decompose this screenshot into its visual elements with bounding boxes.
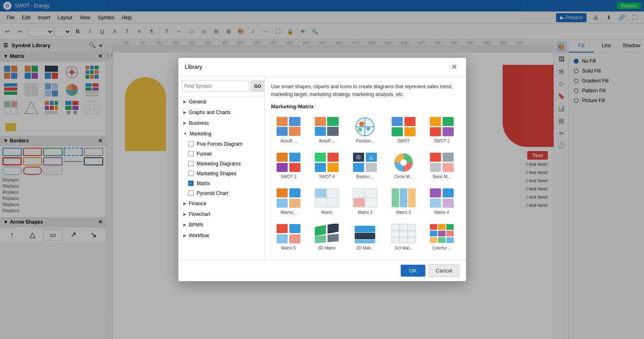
dialog-category-tree: GO ▶ General ▶ Graphs and Charts ▶ Busin… (178, 76, 265, 260)
checkbox-pyramid[interactable] (188, 190, 194, 196)
symbol-item-18[interactable]: 3x3 Mat... (386, 221, 421, 253)
tree-child-matrix[interactable]: ✓ Matrix (183, 179, 264, 188)
symbol-img-1 (314, 117, 339, 137)
svg-rect-133 (430, 199, 441, 208)
checkbox-mktdiag[interactable] (188, 161, 194, 166)
svg-rect-140 (315, 225, 326, 236)
dialog-overlay[interactable]: Library ✕ GO ▶ General ▶ Graphs and Char… (0, 0, 644, 339)
symbol-item-7[interactable]: Boston ... (348, 149, 383, 182)
find-symbol-input[interactable] (182, 80, 249, 92)
tree-child-mktshapes[interactable]: Marketing Shapes (183, 169, 264, 179)
svg-rect-70 (277, 127, 288, 136)
svg-rect-84 (392, 127, 403, 136)
svg-rect-155 (430, 231, 437, 236)
symbol-item-1[interactable]: Ansoff ... (309, 114, 344, 146)
svg-rect-98 (315, 163, 326, 172)
svg-rect-110 (430, 163, 441, 172)
symbol-label-17: 3D Matr... (356, 246, 374, 250)
tree-marketing-children: Five Forces Diagram Funnel Marketing Dia… (178, 139, 264, 198)
tree-item-flowchart[interactable]: ▶ Flowchart (178, 209, 264, 220)
symbol-item-9[interactable]: Basic M... (424, 149, 459, 182)
svg-rect-152 (430, 224, 437, 230)
svg-rect-111 (443, 163, 454, 172)
symbol-label-16: 3D Matrix (318, 246, 336, 250)
svg-rect-69 (289, 117, 300, 126)
svg-rect-97 (328, 153, 339, 162)
svg-rect-127 (400, 188, 407, 207)
svg-point-81 (358, 128, 362, 132)
symbol-item-15[interactable]: Matrix 5 (271, 221, 306, 253)
symbol-img-16 (314, 224, 339, 244)
symbol-img-7 (353, 152, 377, 173)
tree-arrow-finance: ▶ (183, 201, 187, 206)
dialog-description: Use smart shapes, cliparts and icons to … (271, 83, 459, 98)
symbol-item-6[interactable]: SWOT 4 (309, 149, 344, 182)
svg-rect-90 (430, 127, 441, 136)
dialog-header: Library ✕ (178, 58, 466, 76)
tree-child-funnel[interactable]: Funnel (183, 149, 264, 159)
checkbox-fiveforces[interactable] (188, 141, 194, 147)
tree-arrow-workflow: ▶ (183, 233, 187, 238)
symbol-item-11[interactable]: Matrix (309, 185, 344, 218)
symbol-label-18: 3x3 Mat... (395, 246, 413, 250)
tree-item-finance[interactable]: ▶ Finance (178, 198, 264, 209)
checkbox-matrix[interactable]: ✓ (188, 181, 194, 186)
tree-child-pyramid[interactable]: Pyramid Chart (183, 188, 264, 198)
symbol-img-15 (276, 224, 301, 244)
ok-button[interactable]: OK (401, 265, 425, 277)
symbol-img-18 (391, 224, 416, 244)
tree-label-graphs: Graphs and Charts (189, 110, 231, 115)
symbol-item-17[interactable]: 3D Matr... (348, 221, 383, 253)
symbol-item-0[interactable]: Ansoff ... (271, 114, 306, 146)
label-pyramid: Pyramid Chart (197, 190, 229, 196)
symbol-item-19[interactable]: Colorful ... (424, 221, 459, 253)
tree-item-general[interactable]: ▶ General (178, 96, 264, 107)
svg-rect-153 (438, 224, 445, 230)
symbol-item-8[interactable]: Circle M... (386, 149, 421, 182)
symbol-label-3: SWOT (397, 139, 410, 143)
svg-rect-94 (277, 163, 288, 172)
tree-arrow-graphs: ▶ (183, 110, 187, 115)
svg-rect-83 (404, 117, 415, 126)
svg-rect-114 (277, 199, 288, 208)
svg-rect-135 (277, 224, 288, 233)
svg-rect-73 (327, 117, 339, 126)
go-button[interactable]: GO (251, 80, 265, 92)
symbol-item-13[interactable]: Matrix 3 (386, 185, 421, 218)
svg-rect-138 (289, 234, 300, 243)
svg-rect-112 (277, 188, 288, 197)
tree-item-graphs[interactable]: ▶ Graphs and Charts (178, 107, 264, 118)
svg-rect-99 (328, 163, 339, 172)
tree-child-mktdiag[interactable]: Marketing Diagrams (183, 159, 264, 169)
symbol-item-3[interactable]: S W SWOT (386, 114, 421, 146)
symbol-item-12[interactable]: Matrix 2 (348, 185, 383, 218)
svg-rect-134 (443, 199, 454, 208)
checkbox-funnel[interactable] (188, 151, 194, 156)
symbol-label-6: SWOT 4 (319, 174, 335, 179)
dialog-close-btn[interactable]: ✕ (450, 62, 459, 72)
symbol-item-10[interactable]: Matrix(... (271, 185, 306, 218)
checkbox-mktshapes[interactable] (188, 171, 194, 176)
symbol-item-4[interactable]: SWOT 2 (424, 114, 459, 146)
symbol-item-16[interactable]: 3D Matrix (309, 221, 344, 253)
symbol-item-2[interactable]: Position... (348, 114, 383, 146)
tree-child-fiveforces[interactable]: Five Forces Diagram (183, 139, 264, 149)
svg-rect-115 (289, 199, 300, 208)
label-mktshapes: Marketing Shapes (197, 171, 237, 176)
tree-item-marketing[interactable]: ▼ Marketing (178, 128, 264, 139)
tree-item-workflow[interactable]: ▶ Workflow (178, 230, 264, 241)
symbol-label-5: SWOT 3 (281, 174, 296, 179)
svg-rect-88 (430, 117, 441, 126)
symbol-item-5[interactable]: SWOT 3 (271, 149, 306, 182)
symbol-item-14[interactable]: Matrix 4 (424, 185, 459, 218)
tree-label-finance: Finance (189, 201, 207, 206)
dialog-footer: OK Cancel (178, 260, 466, 281)
tree-arrow-marketing: ▼ (183, 131, 187, 136)
tree-item-business[interactable]: ▶ Business (178, 118, 264, 128)
tree-arrow-general: ▶ (183, 99, 187, 104)
svg-rect-158 (430, 237, 437, 243)
dialog-title: Library (185, 64, 203, 70)
cancel-button[interactable]: Cancel (429, 264, 459, 277)
tree-item-bpmn[interactable]: ▶ BPMN (178, 220, 264, 230)
symbol-img-0 (276, 117, 301, 137)
